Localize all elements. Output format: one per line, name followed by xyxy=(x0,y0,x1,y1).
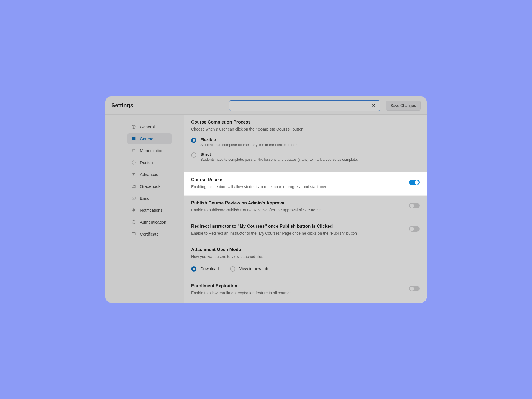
section-desc: Enable to publish/re-publish Course Revi… xyxy=(191,207,403,213)
section-retake: Course Retake Enabling this feature will… xyxy=(184,172,427,196)
svg-point-4 xyxy=(133,163,133,163)
radio-icon xyxy=(191,266,196,272)
section-title: Redirect Instructor to "My Courses" once… xyxy=(191,224,403,229)
toggle-enroll[interactable] xyxy=(409,286,420,291)
svg-point-1 xyxy=(132,161,135,164)
sidebar-item-label: Monetization xyxy=(140,148,163,153)
radio-icon xyxy=(230,266,235,272)
radio-download[interactable]: Download xyxy=(191,266,219,272)
toggle-redirect[interactable] xyxy=(409,226,420,232)
mail-icon xyxy=(131,196,136,201)
section-title: Enrollment Expiration xyxy=(191,283,403,288)
section-title: Course Retake xyxy=(191,177,403,182)
sidebar-item-label: Certificate xyxy=(140,232,159,236)
sidebar-item-label: Gradebook xyxy=(140,184,160,189)
shield-icon xyxy=(131,220,136,224)
page-title: Settings xyxy=(111,102,133,109)
sidebar-item-label: General xyxy=(140,124,155,129)
toggle-retake[interactable] xyxy=(409,180,420,185)
section-title: Course Completion Process xyxy=(191,120,420,125)
palette-icon xyxy=(131,160,136,165)
search-box[interactable]: ✕ xyxy=(229,100,380,111)
radio-flexible[interactable]: Flexible Students can complete courses a… xyxy=(191,137,420,147)
sidebar-item-label: Email xyxy=(140,196,150,201)
sidebar-item-notifications[interactable]: Notifications xyxy=(127,205,172,216)
sidebar-item-label: Design xyxy=(140,160,153,165)
section-desc: How you want users to view attached file… xyxy=(191,254,420,260)
section-enroll: Enrollment Expiration Enable to allow en… xyxy=(184,278,427,301)
sidebar-item-label: Advanced xyxy=(140,172,158,177)
sidebar-item-gradebook[interactable]: Gradebook xyxy=(127,181,172,192)
section-completion: Course Completion Process Choose when a … xyxy=(184,115,427,172)
search-input[interactable] xyxy=(232,103,370,108)
section-desc: Enable to Redirect an Instructor to the … xyxy=(191,231,403,236)
section-title: Attachment Open Mode xyxy=(191,247,420,252)
radio-icon xyxy=(191,152,196,158)
section-redirect: Redirect Instructor to "My Courses" once… xyxy=(184,219,427,242)
sidebar-item-label: Authentication xyxy=(140,220,166,224)
content: Course Completion Process Choose when a … xyxy=(184,115,427,303)
section-title: Publish Course Review on Admin's Approva… xyxy=(191,201,403,206)
filter-icon xyxy=(131,172,136,177)
section-attachment: Attachment Open Mode How you want users … xyxy=(184,242,427,278)
sidebar-item-certificate[interactable]: Certificate xyxy=(127,229,172,239)
section-desc: Enabling this feature will allow student… xyxy=(191,184,403,190)
svg-rect-6 xyxy=(132,233,135,235)
sidebar-item-label: Notifications xyxy=(140,208,163,213)
close-icon[interactable]: ✕ xyxy=(370,102,377,109)
svg-point-3 xyxy=(134,162,135,162)
certificate-icon xyxy=(131,232,136,236)
globe-icon xyxy=(131,124,136,129)
sidebar-item-course[interactable]: Course xyxy=(127,133,172,144)
sidebar: General Course Monetization Design xyxy=(105,115,184,303)
sidebar-item-design[interactable]: Design xyxy=(127,157,172,168)
section-desc: Enable to allow enrollment expiration fe… xyxy=(191,290,403,296)
save-button[interactable]: Save Changes xyxy=(386,101,421,111)
sidebar-item-advanced[interactable]: Advanced xyxy=(127,169,172,180)
svg-point-2 xyxy=(133,162,133,162)
toggle-review[interactable] xyxy=(409,203,420,208)
section-desc: Choose when a user can click on the "Com… xyxy=(191,126,420,132)
svg-rect-5 xyxy=(132,197,135,200)
bell-icon xyxy=(131,208,136,213)
sidebar-item-general[interactable]: General xyxy=(127,121,172,132)
sidebar-item-email[interactable]: Email xyxy=(127,193,172,204)
radio-view-new-tab[interactable]: View in new tab xyxy=(230,266,268,272)
radio-icon xyxy=(191,138,196,143)
sidebar-item-label: Course xyxy=(140,136,153,141)
section-review: Publish Course Review on Admin's Approva… xyxy=(184,196,427,219)
book-icon xyxy=(131,136,136,141)
bag-icon xyxy=(131,148,136,153)
header: Settings ✕ Save Changes xyxy=(105,96,427,115)
sidebar-item-authentication[interactable]: Authentication xyxy=(127,217,172,227)
radio-strict[interactable]: Strict Students have to complete, pass a… xyxy=(191,152,420,162)
sidebar-item-monetization[interactable]: Monetization xyxy=(127,145,172,156)
folder-icon xyxy=(131,184,136,189)
